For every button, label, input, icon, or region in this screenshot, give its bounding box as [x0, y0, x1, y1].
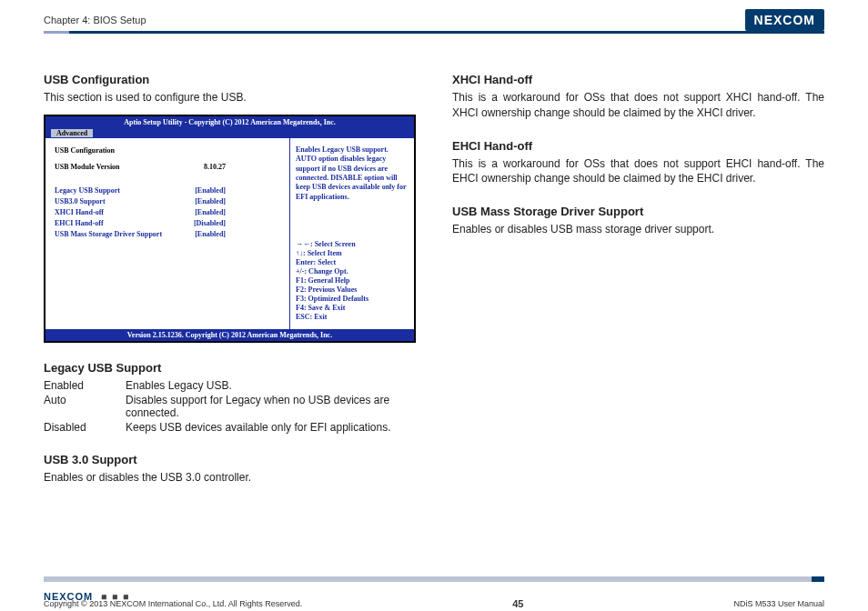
table-row: Auto Disables support for Legacy when no…	[44, 393, 416, 420]
bios-footer: Version 2.15.1236. Copyright (C) 2012 Am…	[45, 329, 414, 341]
bios-row-v: [Disabled]	[194, 218, 226, 229]
header-rule	[44, 31, 824, 34]
bios-row-k: USB3.0 Support	[55, 196, 106, 207]
bios-row-k: USB Mass Storage Driver Support	[55, 229, 162, 240]
bios-row-v: [Enabled]	[195, 207, 226, 218]
bios-nav-line: +/-: Change Opt.	[296, 267, 409, 276]
footer-copyright: Copyright © 2013 NEXCOM International Co…	[44, 599, 302, 608]
footer-rule-accent	[812, 576, 824, 582]
bios-nav-line: F4: Save & Exit	[296, 304, 409, 313]
legacy-title: Legacy USB Support	[44, 361, 416, 375]
ehci-text: This is a workaround for OSs that does n…	[452, 156, 824, 187]
usb3-text: Enables or disables the USB 3.0 controll…	[44, 470, 416, 486]
bios-row-v: [Enabled]	[195, 185, 226, 196]
legacy-k: Auto	[44, 393, 126, 420]
usb-config-title: USB Configuration	[44, 73, 416, 86]
bios-screenshot: Aptio Setup Utility - Copyright (C) 2012…	[44, 115, 416, 343]
bios-hint: Enables Legacy USB support. AUTO option …	[296, 145, 409, 202]
footer-rule	[44, 576, 824, 582]
legacy-table: Enabled Enables Legacy USB. Auto Disable…	[44, 378, 416, 435]
mass-text: Enables or disables USB mass storage dri…	[452, 222, 824, 237]
bios-nav-line: Enter: Select	[296, 258, 409, 267]
bios-nav-line: ESC: Exit	[296, 313, 409, 322]
legacy-v: Enables Legacy USB.	[126, 378, 416, 393]
bios-nav-line: F3: Optimized Defaults	[296, 295, 409, 304]
legacy-k: Enabled	[44, 378, 126, 393]
chapter-label: Chapter 4: BIOS Setup	[44, 15, 146, 25]
bios-title: Aptio Setup Utility - Copyright (C) 2012…	[45, 116, 414, 128]
bios-row-k: EHCI Hand-off	[55, 218, 104, 229]
bios-row-v: [Enabled]	[195, 229, 226, 240]
mass-title: USB Mass Storage Driver Support	[452, 205, 824, 218]
bios-version-label: USB Module Version	[55, 162, 120, 173]
bios-row-k: Legacy USB Support	[55, 185, 120, 196]
table-row: Disabled Keeps USB devices available onl…	[44, 420, 416, 435]
bios-nav-line: ↑↓: Select Item	[296, 249, 409, 258]
xhci-title: XHCI Hand-off	[452, 73, 824, 86]
bios-row-v: [Enabled]	[195, 196, 226, 207]
legacy-v: Disables support for Legacy when no USB …	[126, 393, 416, 420]
brand-logo: NEXCOM	[745, 9, 824, 31]
bios-tab-advanced: Advanced	[51, 129, 93, 137]
bios-version-value: 8.10.27	[204, 162, 226, 173]
footer-doc-name: NDiS M533 User Manual	[733, 599, 824, 608]
usb3-title: USB 3.0 Support	[44, 453, 416, 466]
ehci-title: EHCI Hand-off	[452, 139, 824, 153]
footer-page-number: 45	[512, 598, 523, 609]
bios-row-k: XHCI Hand-off	[55, 207, 104, 218]
bios-nav: →←: Select Screen ↑↓: Select Item Enter:…	[296, 240, 409, 322]
table-row: Enabled Enables Legacy USB.	[44, 378, 416, 393]
bios-tabbar: Advanced	[45, 128, 414, 138]
bios-nav-line: →←: Select Screen	[296, 240, 409, 249]
legacy-k: Disabled	[44, 420, 126, 435]
bios-nav-line: F1: General Help	[296, 276, 409, 285]
usb-config-intro: This section is used to configure the US…	[44, 90, 416, 105]
xhci-text: This is a workaround for OSs that does n…	[452, 90, 824, 121]
bios-nav-line: F2: Previous Values	[296, 285, 409, 295]
legacy-v: Keeps USB devices available only for EFI…	[126, 420, 416, 435]
bios-cfg-label: USB Configuration	[55, 145, 115, 156]
